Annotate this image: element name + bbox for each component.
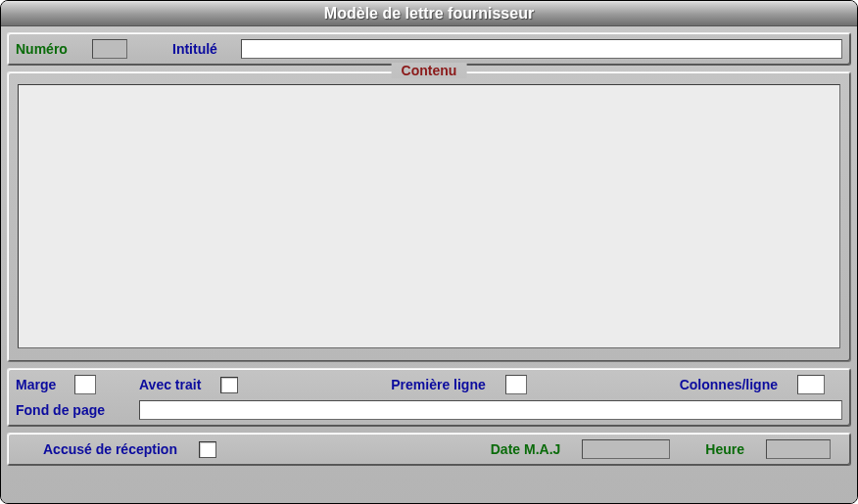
content-textarea[interactable] [18,84,840,348]
dialog-body: Numéro Intitulé Contenu Marge Avec trait [1,26,857,503]
options-row-1: Marge Avec trait Première ligne Colonnes… [16,375,842,394]
accuse-label: Accusé de réception [43,441,177,457]
fond-de-page-input[interactable] [139,400,842,420]
premiere-ligne-input[interactable] [505,375,527,394]
numero-label: Numéro [16,41,84,57]
window-title: Modèle de lettre fournisseur [324,5,534,22]
content-legend: Contenu [392,63,467,78]
avec-trait-checkbox[interactable] [220,377,238,393]
marge-label: Marge [16,377,67,392]
intitule-input[interactable] [241,39,842,59]
numero-field [92,39,127,59]
avec-trait-label: Avec trait [139,377,201,392]
fond-de-page-label: Fond de page [16,402,131,418]
footer-row: Accusé de réception Date M.A.J Heure [16,439,842,459]
header-panel: Numéro Intitulé [7,32,851,66]
titlebar: Modèle de lettre fournisseur [1,1,857,26]
intitule-label: Intitulé [172,41,233,57]
marge-input[interactable] [74,375,96,394]
header-row: Numéro Intitulé [16,39,842,59]
colonnes-ligne-label: Colonnes/ligne [680,377,778,392]
accuse-checkbox[interactable] [199,441,216,458]
options-row-2: Fond de page [16,400,842,420]
content-fieldset: Contenu [7,71,851,362]
heure-field [766,439,831,459]
date-maj-field [582,439,670,459]
dialog-window: Modèle de lettre fournisseur Numéro Inti… [0,0,858,504]
heure-label: Heure [705,441,744,457]
premiere-ligne-label: Première ligne [391,377,486,392]
colonnes-ligne-input[interactable] [797,375,825,394]
date-maj-label: Date M.A.J [491,441,561,457]
options-panel: Marge Avec trait Première ligne Colonnes… [7,368,851,427]
footer-panel: Accusé de réception Date M.A.J Heure [7,433,851,466]
